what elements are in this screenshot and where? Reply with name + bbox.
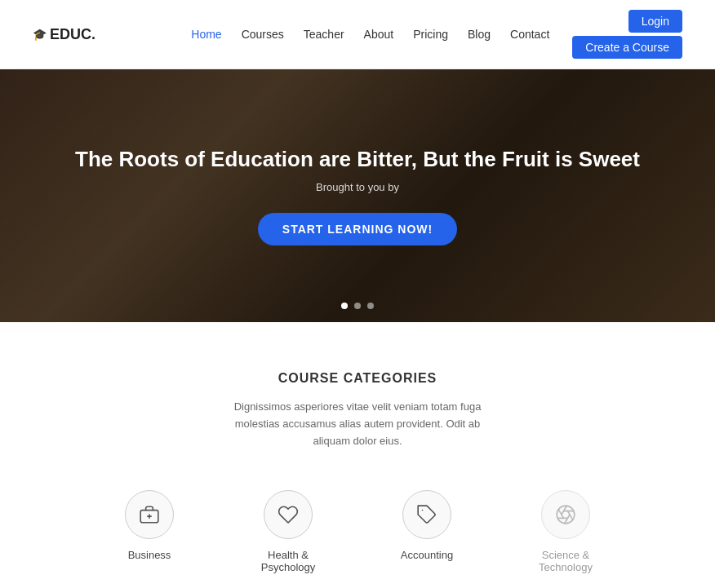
dot-1[interactable] bbox=[341, 303, 348, 309]
section-title: COURSE CATEGORIES bbox=[33, 371, 682, 386]
category-business[interactable]: Business bbox=[104, 490, 194, 573]
nav-home[interactable]: Home bbox=[191, 28, 221, 41]
logo-text: EDUC. bbox=[50, 26, 95, 43]
dot-3[interactable] bbox=[367, 303, 374, 309]
cta-button[interactable]: START LEARNING NOW! bbox=[258, 213, 457, 245]
hero-subtitle: Brought to you by bbox=[75, 181, 640, 193]
nav-courses[interactable]: Courses bbox=[242, 28, 284, 41]
logo-icon: 🎓 bbox=[33, 28, 47, 41]
category-science-technology[interactable]: Science & Technology bbox=[521, 490, 611, 573]
svg-line-10 bbox=[565, 515, 570, 524]
hero-section: The Roots of Education are Bitter, But t… bbox=[0, 69, 715, 322]
hero-background: The Roots of Education are Bitter, But t… bbox=[0, 69, 715, 322]
category-accounting[interactable]: Accounting bbox=[382, 490, 472, 573]
accounting-label: Accounting bbox=[401, 549, 453, 561]
svg-line-7 bbox=[562, 506, 566, 515]
header: 🎓 EDUC. Home Courses Teacher About Prici… bbox=[0, 0, 715, 69]
nav-contact[interactable]: Contact bbox=[510, 28, 549, 41]
business-icon bbox=[125, 490, 174, 539]
categories-grid: Business Health & Psychology Accounting bbox=[33, 490, 682, 573]
categories-section: COURSE CATEGORIES Dignissimos asperiores… bbox=[0, 322, 715, 588]
nav-pricing[interactable]: Pricing bbox=[413, 28, 448, 41]
science-technology-label: Science & Technology bbox=[521, 549, 611, 573]
logo: 🎓 EDUC. bbox=[33, 26, 95, 43]
hero-title: The Roots of Education are Bitter, But t… bbox=[75, 146, 640, 174]
health-psychology-label: Health & Psychology bbox=[243, 549, 333, 573]
login-button[interactable]: Login bbox=[628, 10, 682, 33]
health-psychology-icon bbox=[264, 490, 313, 539]
nav-blog[interactable]: Blog bbox=[468, 28, 491, 41]
main-nav: Home Courses Teacher About Pricing Blog … bbox=[191, 10, 682, 59]
hero-dots bbox=[341, 303, 374, 309]
nav-about[interactable]: About bbox=[364, 28, 394, 41]
dot-2[interactable] bbox=[354, 303, 361, 309]
nav-teacher[interactable]: Teacher bbox=[304, 28, 344, 41]
business-label: Business bbox=[128, 549, 171, 561]
section-desc: Dignissimos asperiores vitae velit venia… bbox=[227, 399, 488, 449]
category-health-psychology[interactable]: Health & Psychology bbox=[243, 490, 333, 573]
create-course-button[interactable]: Create a Course bbox=[572, 36, 682, 59]
accounting-icon bbox=[402, 490, 451, 539]
science-technology-icon bbox=[541, 490, 590, 539]
hero-content: The Roots of Education are Bitter, But t… bbox=[59, 146, 656, 246]
svg-line-8 bbox=[558, 510, 563, 519]
header-buttons: Login Create a Course bbox=[569, 10, 682, 59]
svg-line-5 bbox=[568, 511, 573, 520]
